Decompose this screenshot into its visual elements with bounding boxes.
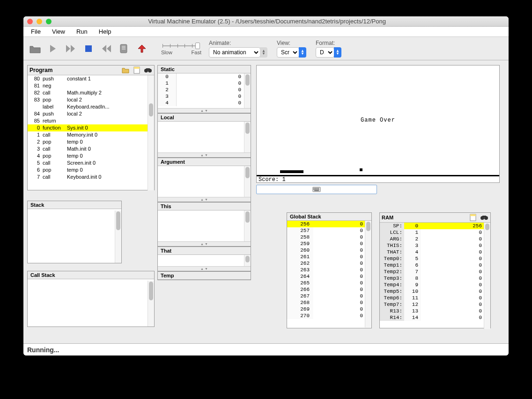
argument-body [158, 166, 251, 197]
collapse-icon[interactable]: ▲ ▼ [158, 241, 251, 246]
ram-row: R14:140 [380, 314, 490, 321]
dropdown-arrows-icon: ▲▼ [299, 47, 306, 58]
global-stack-row: 2650 [287, 280, 371, 286]
svg-rect-26 [482, 216, 486, 217]
global-stack-row: 2680 [287, 299, 371, 306]
binoculars-icon[interactable] [144, 66, 152, 74]
svg-rect-20 [318, 189, 319, 190]
program-row[interactable]: labelKeyboard.readIn... [28, 103, 154, 110]
new-file-icon[interactable] [469, 213, 477, 222]
folder-icon[interactable] [121, 66, 130, 74]
step-button[interactable] [45, 40, 61, 57]
view-select[interactable]: Scr... [277, 47, 299, 58]
global-stack-row: 2670 [287, 293, 371, 299]
local-body [158, 122, 251, 152]
ram-title: RAM [382, 215, 393, 220]
open-button[interactable] [27, 40, 43, 57]
ram-row: Temp7:120 [380, 301, 490, 308]
program-row[interactable]: 81neg [28, 82, 154, 89]
keyboard-input[interactable] [256, 185, 377, 194]
svg-rect-14 [317, 188, 318, 189]
paddle [280, 170, 303, 173]
program-row[interactable]: 1callMemory.init 0 [28, 131, 154, 138]
ram-row: ARG:20 [380, 236, 490, 242]
ram-row: Temp0:50 [380, 255, 490, 262]
that-body [158, 255, 251, 266]
global-stack-row: 2630 [287, 267, 371, 273]
collapse-icon[interactable]: ▲ ▼ [158, 266, 251, 271]
menubar: File View Run Help [23, 27, 509, 37]
fast-label: Fast [192, 50, 201, 55]
breakpoint-button[interactable] [134, 40, 150, 57]
titlebar: Virtual Machine Emulator (2.5) - /Users/… [23, 16, 509, 27]
svg-rect-19 [317, 189, 318, 190]
new-file-icon[interactable] [133, 66, 141, 74]
svg-rect-16 [313, 189, 314, 190]
global-stack-row: 2610 [287, 254, 371, 260]
menu-file[interactable]: File [26, 27, 45, 36]
ram-row: Temp4:90 [380, 282, 490, 288]
static-row: 20 [158, 87, 251, 93]
ram-row: Temp5:100 [380, 288, 490, 295]
script-button[interactable] [116, 40, 132, 57]
program-row[interactable]: 85return [28, 117, 154, 124]
this-panel: This ▲ ▼ [157, 202, 251, 247]
ram-row: Temp2:70 [380, 268, 490, 275]
collapse-icon[interactable]: ▲ ▼ [158, 152, 251, 157]
view-group: View: Scr... ▲▼ [277, 40, 306, 58]
program-row[interactable]: 0functionSys.init 0 [28, 124, 154, 131]
program-row[interactable]: 80pushconstant 1 [28, 75, 154, 82]
menu-run[interactable]: Run [72, 27, 92, 36]
static-row: 40 [158, 100, 251, 106]
global-stack-row: 2690 [287, 306, 371, 312]
app-window: Virtual Machine Emulator (2.5) - /Users/… [23, 16, 509, 355]
keyboard-row [256, 185, 500, 195]
ram-row: Temp1:60 [380, 262, 490, 268]
program-row[interactable]: 3callMath.init 0 [28, 145, 154, 152]
argument-title: Argument [158, 158, 251, 166]
global-stack-row: 2580 [287, 234, 371, 240]
ball [360, 168, 362, 171]
static-body: 0010203040 [158, 73, 251, 108]
binoculars-icon[interactable] [480, 213, 488, 222]
callstack-panel: Call Stack [27, 271, 155, 327]
program-row[interactable]: 7callKeyboard.init 0 [28, 174, 154, 181]
callstack-body [28, 281, 154, 326]
program-row[interactable]: 6poptemp 0 [28, 167, 154, 174]
svg-rect-11 [313, 188, 314, 189]
collapse-icon[interactable]: ▲ ▼ [158, 197, 251, 202]
fast-forward-button[interactable] [63, 40, 79, 57]
menu-view[interactable]: View [47, 27, 70, 36]
stop-button[interactable] [81, 40, 96, 57]
speed-slider[interactable] [163, 42, 200, 50]
global-stack-row: 2620 [287, 260, 371, 267]
svg-rect-6 [134, 67, 140, 69]
format-label: Format: [316, 40, 341, 46]
rewind-button[interactable] [98, 40, 114, 57]
local-panel: Local ▲ ▼ [157, 113, 251, 158]
program-row[interactable]: 4poptemp 0 [28, 152, 154, 160]
menu-help[interactable]: Help [94, 27, 116, 36]
svg-rect-9 [146, 68, 150, 70]
program-row[interactable]: 2poptemp 0 [28, 138, 154, 145]
global-stack-body[interactable]: 2560257025802590260026102620263026402650… [287, 221, 371, 327]
toolbar: Slow Fast Animate: No animation ▲▼ View:… [23, 37, 509, 60]
temp-title: Temp [158, 272, 251, 280]
program-row[interactable]: 82callMath.multiply 2 [28, 89, 154, 96]
program-row[interactable]: 5callScreen.init 0 [28, 160, 154, 167]
segment-column: Static 0010203040 ▲ ▼ Local ▲ ▼ Argument… [157, 65, 251, 280]
stack-panel: Stack [27, 201, 122, 263]
callstack-title: Call Stack [28, 271, 154, 279]
svg-rect-12 [315, 188, 316, 189]
content-area: Program 80pushconstant 181neg82callMath.… [23, 60, 509, 343]
svg-rect-0 [85, 45, 92, 52]
ram-body[interactable]: SP:0256LCL:10ARG:20THIS:30THAT:40Temp0:5… [380, 223, 490, 329]
program-row[interactable]: 84pushlocal 2 [28, 110, 154, 117]
format-select[interactable]: D... [316, 47, 334, 58]
collapse-icon[interactable]: ▲ ▼ [158, 108, 251, 113]
program-row[interactable]: 83poplocal 2 [28, 96, 154, 103]
animate-select[interactable]: No animation [209, 47, 260, 58]
program-list[interactable]: 80pushconstant 181neg82callMath.multiply… [28, 75, 154, 190]
score-text: Score: 1 [257, 175, 499, 182]
temp-panel: Temp [157, 271, 251, 280]
